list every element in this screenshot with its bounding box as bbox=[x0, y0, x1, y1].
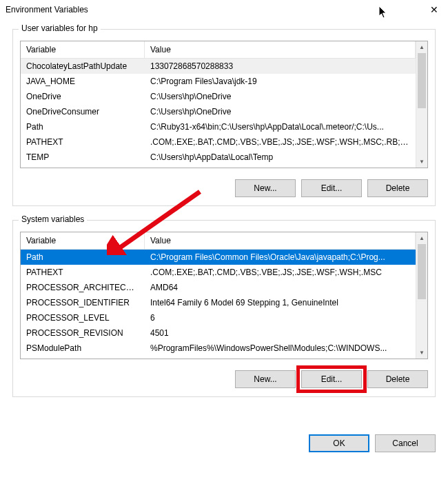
titlebar: Environment Variables ✕ bbox=[0, 0, 448, 19]
cell-variable: OneDriveConsumer bbox=[21, 105, 145, 119]
cancel-button[interactable]: Cancel bbox=[375, 434, 436, 452]
cell-value: C:\Users\hp\OneDrive bbox=[145, 90, 416, 103]
cell-value: C:\Users\hp\AppData\Local\Temp bbox=[145, 150, 416, 164]
user-edit-button[interactable]: Edit... bbox=[301, 179, 362, 197]
table-row[interactable]: ChocolateyLastPathUpdate1330728685702888… bbox=[21, 59, 416, 74]
system-edit-button[interactable]: Edit... bbox=[301, 370, 362, 388]
cell-variable: Path bbox=[21, 250, 145, 264]
table-row[interactable]: PROCESSOR_REVISION4501 bbox=[21, 325, 416, 341]
table-row[interactable]: OneDriveConsumerC:\Users\hp\OneDrive bbox=[21, 104, 416, 119]
system-variables-table[interactable]: Variable Value PathC:\Program Files\Comm… bbox=[20, 232, 428, 359]
column-header-variable[interactable]: Variable bbox=[21, 41, 145, 58]
ok-button[interactable]: OK bbox=[309, 434, 369, 452]
scroll-down-icon[interactable]: ▼ bbox=[416, 347, 427, 359]
cell-value: AMD64 bbox=[145, 281, 416, 294]
column-header-variable[interactable]: Variable bbox=[21, 232, 145, 249]
column-header-value[interactable]: Value bbox=[145, 232, 416, 249]
user-variables-group: User variables for hp Variable Value Cho… bbox=[12, 29, 436, 206]
cell-value: Intel64 Family 6 Model 69 Stepping 1, Ge… bbox=[145, 296, 416, 310]
user-variables-table[interactable]: Variable Value ChocolateyLastPathUpdate1… bbox=[20, 41, 428, 168]
user-group-label: User variables for hp bbox=[19, 23, 101, 33]
cell-variable: PSModulePath bbox=[21, 341, 145, 355]
cell-value: 6 bbox=[145, 311, 416, 325]
cell-value: 4501 bbox=[145, 326, 416, 340]
cell-variable: PROCESSOR_LEVEL bbox=[21, 311, 145, 325]
cell-value: C:\Users\hp\OneDrive bbox=[145, 105, 416, 119]
scroll-up-icon[interactable]: ▲ bbox=[416, 41, 427, 53]
table-row[interactable]: OneDriveC:\Users\hp\OneDrive bbox=[21, 89, 416, 104]
table-row[interactable]: PathC:\Program Files\Common Files\Oracle… bbox=[21, 250, 416, 265]
cell-variable: TEMP bbox=[21, 150, 145, 164]
table-row[interactable]: TEMPC:\Users\hp\AppData\Local\Temp bbox=[21, 150, 416, 165]
table-header: Variable Value bbox=[21, 232, 416, 250]
cell-variable: PATHEXT bbox=[21, 265, 145, 279]
cell-variable: Path bbox=[21, 120, 145, 134]
cell-value: C:\Program Files\Java\jdk-19 bbox=[145, 74, 416, 88]
cell-value: .COM;.EXE;.BAT;.CMD;.VBS;.VBE;.JS;.JSE;.… bbox=[145, 135, 416, 149]
system-new-button[interactable]: New... bbox=[235, 370, 296, 388]
user-new-button[interactable]: New... bbox=[235, 179, 296, 197]
cell-value: .COM;.EXE;.BAT;.CMD;.VBS;.VBE;.JS;.JSE;.… bbox=[145, 265, 416, 279]
close-icon: ✕ bbox=[430, 4, 438, 15]
cell-value: C:\Program Files\Common Files\Oracle\Jav… bbox=[145, 250, 416, 264]
table-row[interactable]: PATHEXT.COM;.EXE;.BAT;.CMD;.VBS;.VBE;.JS… bbox=[21, 134, 416, 150]
cell-variable: OneDrive bbox=[21, 90, 145, 103]
cell-variable: PATHEXT bbox=[21, 135, 145, 149]
cell-value: %ProgramFiles%\WindowsPowerShell\Modules… bbox=[145, 341, 416, 355]
system-delete-button[interactable]: Delete bbox=[367, 370, 428, 388]
table-row[interactable]: PROCESSOR_ARCHITECTU...AMD64 bbox=[21, 280, 416, 295]
system-button-row: New... Edit... Delete bbox=[20, 370, 428, 388]
system-variables-group: System variables Variable Value PathC:\P… bbox=[12, 220, 436, 397]
table-row[interactable]: PSModulePath%ProgramFiles%\WindowsPowerS… bbox=[21, 341, 416, 356]
cell-value: C:\Ruby31-x64\bin;C:\Users\hp\AppData\Lo… bbox=[145, 120, 416, 134]
cell-variable: PROCESSOR_IDENTIFIER bbox=[21, 296, 145, 310]
cell-value: 133072868570288833 bbox=[145, 59, 416, 73]
table-row[interactable]: JAVA_HOMEC:\Program Files\Java\jdk-19 bbox=[21, 74, 416, 89]
system-group-label: System variables bbox=[19, 214, 87, 224]
user-scrollbar[interactable]: ▲ ▼ bbox=[416, 41, 427, 168]
cell-variable: JAVA_HOME bbox=[21, 74, 145, 88]
table-row[interactable]: PROCESSOR_IDENTIFIERIntel64 Family 6 Mod… bbox=[21, 295, 416, 310]
table-row[interactable]: PROCESSOR_LEVEL6 bbox=[21, 310, 416, 325]
dialog-footer: OK Cancel bbox=[0, 434, 448, 452]
user-button-row: New... Edit... Delete bbox=[20, 179, 428, 197]
scroll-up-icon[interactable]: ▲ bbox=[416, 232, 427, 244]
scroll-down-icon[interactable]: ▼ bbox=[416, 156, 427, 168]
table-header: Variable Value bbox=[21, 41, 416, 59]
table-row[interactable]: PATHEXT.COM;.EXE;.BAT;.CMD;.VBS;.VBE;.JS… bbox=[21, 265, 416, 280]
system-scrollbar[interactable]: ▲ ▼ bbox=[416, 232, 427, 359]
window-title: Environment Variables bbox=[6, 5, 88, 14]
cell-variable: PROCESSOR_REVISION bbox=[21, 326, 145, 340]
cell-variable: ChocolateyLastPathUpdate bbox=[21, 59, 145, 73]
scroll-thumb[interactable] bbox=[418, 244, 426, 299]
edit-highlight-annotation: Edit... bbox=[298, 367, 365, 391]
close-button[interactable]: ✕ bbox=[420, 0, 448, 19]
scroll-thumb[interactable] bbox=[418, 53, 426, 108]
cell-variable: PROCESSOR_ARCHITECTU... bbox=[21, 281, 145, 294]
user-delete-button[interactable]: Delete bbox=[367, 179, 428, 197]
table-row[interactable]: PathC:\Ruby31-x64\bin;C:\Users\hp\AppDat… bbox=[21, 119, 416, 134]
column-header-value[interactable]: Value bbox=[145, 41, 416, 58]
scroll-track[interactable] bbox=[416, 244, 427, 347]
scroll-track[interactable] bbox=[416, 53, 427, 156]
